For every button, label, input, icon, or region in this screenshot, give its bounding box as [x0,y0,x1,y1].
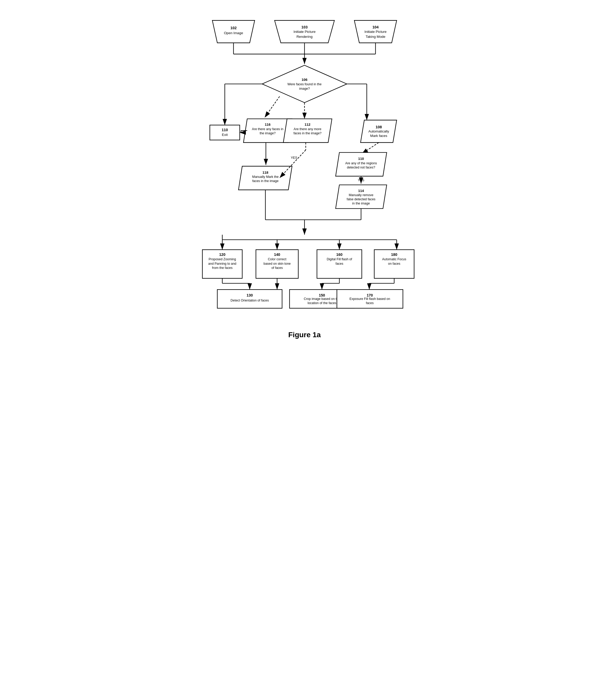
svg-text:and Panning to and: and Panning to and [208,262,237,266]
svg-text:faces in the image?: faces in the image? [294,132,322,135]
svg-text:of faces: of faces [272,266,283,270]
svg-text:108: 108 [376,125,382,129]
svg-text:Manually Mark the: Manually Mark the [252,175,278,178]
svg-text:Automatic Focus: Automatic Focus [382,257,406,261]
svg-text:Digital Fill flash of: Digital Fill flash of [327,257,352,261]
svg-text:Were faces found in the: Were faces found in the [288,82,322,86]
svg-text:120: 120 [219,253,226,257]
svg-text:130: 130 [247,293,253,297]
svg-text:Exposure Fill flash based on: Exposure Fill flash based on [349,297,390,301]
svg-text:from the faces: from the faces [212,266,232,270]
svg-text:118: 118 [262,171,268,174]
svg-text:180: 180 [391,253,397,257]
svg-text:110: 110 [222,128,228,132]
svg-text:106: 106 [302,78,307,82]
svg-text:faces: faces [366,301,374,305]
svg-text:170: 170 [367,293,373,297]
figure-caption: Figure 1a [192,331,417,339]
svg-text:Manually remove: Manually remove [349,193,373,197]
svg-text:based on skin tone: based on skin tone [264,262,291,266]
flowchart-svg: 102 Open Image 103 Initiate Picture Rend… [192,11,417,324]
svg-text:160: 160 [336,253,343,257]
svg-text:104: 104 [372,25,379,29]
svg-text:150: 150 [319,293,325,297]
svg-text:detected not faces?: detected not faces? [347,166,375,169]
svg-text:on faces: on faces [388,262,400,266]
svg-text:110: 110 [358,157,364,161]
svg-text:114: 114 [358,189,364,193]
svg-line-34 [265,97,279,118]
svg-text:Rendering: Rendering [296,35,313,39]
svg-text:Crop image based on the: Crop image based on the [304,297,340,301]
svg-line-67 [279,150,306,178]
svg-text:false detected faces: false detected faces [347,198,376,201]
svg-text:YES: YES [291,156,297,159]
svg-text:102: 102 [230,26,237,30]
svg-text:103: 103 [301,25,308,29]
svg-text:faces in the image: faces in the image [253,179,279,183]
diagram-container: 102 Open Image 103 Initiate Picture Rend… [187,0,422,355]
svg-text:Automatically: Automatically [368,130,389,133]
svg-text:Exit: Exit [222,133,228,137]
svg-text:Are there any more: Are there any more [294,127,321,131]
svg-text:Taking Mode: Taking Mode [366,35,385,39]
svg-text:Are there any faces in: Are there any faces in [252,127,283,131]
svg-text:Initiate Picture: Initiate Picture [294,30,316,34]
svg-text:Detect Orientation of faces: Detect Orientation of faces [230,298,269,302]
svg-text:140: 140 [274,253,280,257]
svg-line-47 [362,142,379,154]
svg-text:Mark faces: Mark faces [370,134,387,138]
svg-text:location of the faces: location of the faces [308,301,336,305]
svg-text:116: 116 [265,123,271,126]
svg-text:Initiate Picture: Initiate Picture [364,30,387,34]
svg-text:Color correct: Color correct [268,257,286,261]
svg-text:Proposed Zooming: Proposed Zooming [209,257,236,261]
svg-text:in the image: in the image [352,202,370,205]
svg-text:faces: faces [335,262,343,266]
svg-text:112: 112 [304,123,310,126]
svg-text:image?: image? [299,87,310,90]
svg-text:Are any of the regions: Are any of the regions [345,161,377,165]
svg-text:Open Image: Open Image [224,31,243,35]
svg-text:the image?: the image? [260,132,276,135]
